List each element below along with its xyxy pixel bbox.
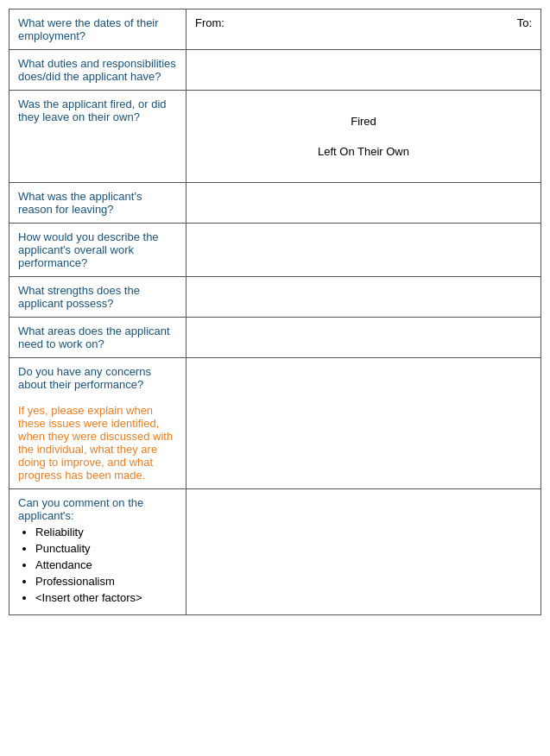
question-text-areas-to-work-on: What areas does the applicant need to wo… [18, 324, 170, 350]
left-option: Left On Their Own [195, 136, 532, 175]
bullet-item-other-factors: <Insert other factors> [35, 591, 177, 604]
row-fired-left: Was the applicant fired, or did they lea… [9, 91, 541, 183]
row-comment: Can you comment on the applicant's: Reli… [9, 489, 541, 615]
row-areas-to-work-on: What areas does the applicant need to wo… [9, 318, 541, 358]
answer-cell-areas-to-work-on [186, 318, 541, 358]
answer-cell-employment-dates: From: To: [186, 9, 541, 50]
question-cell-duties: What duties and responsibilities does/di… [9, 50, 186, 91]
row-concerns: Do you have any concerns about their per… [9, 358, 541, 489]
question-text-concerns-main: Do you have any concerns about their per… [18, 365, 151, 391]
question-text-strengths: What strengths does the applicant posses… [18, 284, 140, 310]
question-cell-areas-to-work-on: What areas does the applicant need to wo… [9, 318, 186, 358]
row-employment-dates: What were the dates of their employment?… [9, 9, 541, 50]
question-text-reason-leaving: What was the applicant's reason for leav… [18, 190, 142, 216]
bullet-list: Reliability Punctuality Attendance Profe… [18, 526, 177, 604]
question-text-comment-main: Can you comment on the applicant's: [18, 496, 143, 522]
answer-cell-reason-leaving [186, 183, 541, 224]
bullet-item-punctuality: Punctuality [35, 542, 177, 555]
question-cell-fired-left: Was the applicant fired, or did they lea… [9, 91, 186, 183]
question-cell-reason-leaving: What was the applicant's reason for leav… [9, 183, 186, 224]
from-label: From: [195, 16, 224, 29]
bullet-item-reliability: Reliability [35, 526, 177, 539]
question-text-fired-left: Was the applicant fired, or did they lea… [18, 98, 167, 123]
row-reason-leaving: What was the applicant's reason for leav… [9, 183, 541, 224]
question-cell-comment: Can you comment on the applicant's: Reli… [9, 489, 186, 615]
to-label: To: [517, 16, 532, 29]
question-cell-concerns: Do you have any concerns about their per… [9, 358, 186, 489]
answer-cell-comment [186, 489, 541, 615]
row-duties: What duties and responsibilities does/di… [9, 50, 541, 91]
row-strengths: What strengths does the applicant posses… [9, 277, 541, 318]
row-work-performance: How would you describe the applicant's o… [9, 224, 541, 277]
question-cell-employment-dates: What were the dates of their employment? [9, 9, 186, 50]
question-cell-strengths: What strengths does the applicant posses… [9, 277, 186, 318]
question-text-employment-dates: What were the dates of their employment? [18, 16, 159, 42]
question-text-work-performance: How would you describe the applicant's o… [18, 230, 159, 269]
answer-cell-concerns [186, 358, 541, 489]
answer-cell-duties [186, 50, 541, 91]
answer-cell-fired-left: Fired Left On Their Own [186, 91, 541, 183]
answer-cell-work-performance [186, 224, 541, 277]
question-cell-work-performance: How would you describe the applicant's o… [9, 224, 186, 277]
bullet-item-professionalism: Professionalism [35, 575, 177, 588]
fired-option: Fired [195, 98, 532, 136]
question-text-concerns-sub: If yes, please explain when these issues… [18, 404, 173, 482]
bullet-item-attendance: Attendance [35, 558, 177, 571]
reference-form-table: What were the dates of their employment?… [9, 9, 541, 615]
question-text-duties: What duties and responsibilities does/di… [18, 57, 176, 83]
answer-cell-strengths [186, 277, 541, 318]
from-to-container: From: To: [195, 16, 532, 29]
